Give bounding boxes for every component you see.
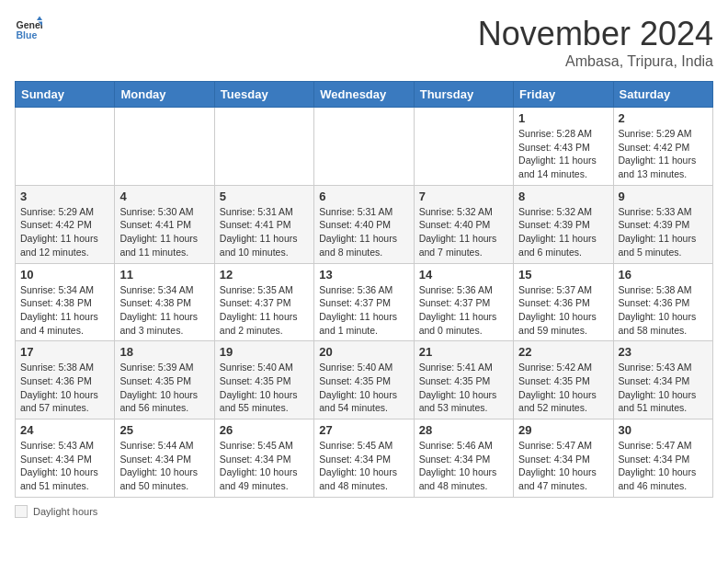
day-info: Sunrise: 5:33 AM Sunset: 4:39 PM Dayligh…	[619, 205, 708, 259]
calendar-cell: 6Sunrise: 5:31 AM Sunset: 4:40 PM Daylig…	[314, 185, 414, 263]
calendar-cell: 15Sunrise: 5:37 AM Sunset: 4:36 PM Dayli…	[514, 263, 613, 341]
day-number: 4	[119, 190, 209, 203]
day-number: 14	[419, 268, 508, 282]
calendar-cell	[414, 108, 513, 186]
day-info: Sunrise: 5:45 AM Sunset: 4:34 PM Dayligh…	[319, 439, 408, 493]
day-info: Sunrise: 5:36 AM Sunset: 4:37 PM Dayligh…	[319, 283, 408, 338]
footer-note: Daylight hours	[15, 505, 713, 518]
calendar-cell: 10Sunrise: 5:34 AM Sunset: 4:38 PM Dayli…	[16, 263, 115, 341]
header: General Blue November 2024 Ambasa, Tripu…	[15, 15, 713, 70]
calendar-cell: 22Sunrise: 5:42 AM Sunset: 4:35 PM Dayli…	[514, 341, 613, 419]
day-info: Sunrise: 5:43 AM Sunset: 4:34 PM Dayligh…	[20, 439, 109, 493]
calendar-cell: 9Sunrise: 5:33 AM Sunset: 4:39 PM Daylig…	[613, 185, 712, 263]
calendar-week-row: 3Sunrise: 5:29 AM Sunset: 4:42 PM Daylig…	[16, 185, 713, 263]
day-info: Sunrise: 5:39 AM Sunset: 4:35 PM Dayligh…	[119, 361, 209, 415]
day-number: 23	[619, 345, 708, 359]
calendar-header-row: SundayMondayTuesdayWednesdayThursdayFrid…	[16, 82, 713, 108]
month-title: November 2024	[478, 15, 713, 53]
day-info: Sunrise: 5:45 AM Sunset: 4:34 PM Dayligh…	[220, 439, 309, 493]
day-number: 17	[20, 345, 109, 359]
day-number: 11	[119, 268, 209, 282]
day-info: Sunrise: 5:38 AM Sunset: 4:36 PM Dayligh…	[619, 283, 708, 338]
day-info: Sunrise: 5:38 AM Sunset: 4:36 PM Dayligh…	[20, 361, 109, 415]
calendar-cell	[214, 108, 313, 186]
calendar: SundayMondayTuesdayWednesdayThursdayFrid…	[15, 81, 713, 498]
svg-text:Blue: Blue	[17, 29, 38, 40]
calendar-cell: 25Sunrise: 5:44 AM Sunset: 4:34 PM Dayli…	[115, 419, 214, 498]
calendar-cell: 11Sunrise: 5:34 AM Sunset: 4:38 PM Dayli…	[115, 263, 214, 341]
day-number: 10	[20, 268, 109, 282]
day-header-thursday: Thursday	[414, 82, 513, 108]
day-number: 19	[220, 345, 309, 359]
calendar-cell: 20Sunrise: 5:40 AM Sunset: 4:35 PM Dayli…	[314, 341, 414, 419]
day-number: 20	[319, 345, 408, 359]
day-info: Sunrise: 5:28 AM Sunset: 4:43 PM Dayligh…	[518, 127, 608, 181]
calendar-cell: 21Sunrise: 5:41 AM Sunset: 4:35 PM Dayli…	[414, 341, 513, 419]
day-number: 24	[20, 423, 109, 437]
calendar-cell: 12Sunrise: 5:35 AM Sunset: 4:37 PM Dayli…	[214, 263, 313, 341]
day-info: Sunrise: 5:41 AM Sunset: 4:35 PM Dayligh…	[419, 361, 508, 415]
day-info: Sunrise: 5:31 AM Sunset: 4:40 PM Dayligh…	[319, 205, 408, 259]
calendar-cell: 4Sunrise: 5:30 AM Sunset: 4:41 PM Daylig…	[115, 185, 214, 263]
day-header-friday: Friday	[514, 82, 613, 108]
calendar-week-row: 1Sunrise: 5:28 AM Sunset: 4:43 PM Daylig…	[16, 108, 713, 186]
calendar-cell	[115, 108, 214, 186]
day-info: Sunrise: 5:34 AM Sunset: 4:38 PM Dayligh…	[119, 283, 209, 338]
calendar-cell: 8Sunrise: 5:32 AM Sunset: 4:39 PM Daylig…	[514, 185, 613, 263]
calendar-week-row: 24Sunrise: 5:43 AM Sunset: 4:34 PM Dayli…	[16, 419, 713, 498]
day-number: 27	[319, 423, 408, 437]
day-number: 15	[518, 268, 608, 282]
day-info: Sunrise: 5:31 AM Sunset: 4:41 PM Dayligh…	[220, 205, 309, 259]
calendar-cell: 24Sunrise: 5:43 AM Sunset: 4:34 PM Dayli…	[16, 419, 115, 498]
logo-icon: General Blue	[15, 15, 42, 42]
calendar-cell: 13Sunrise: 5:36 AM Sunset: 4:37 PM Dayli…	[314, 263, 414, 341]
calendar-cell: 29Sunrise: 5:47 AM Sunset: 4:34 PM Dayli…	[514, 419, 613, 498]
calendar-cell: 19Sunrise: 5:40 AM Sunset: 4:35 PM Dayli…	[214, 341, 313, 419]
day-number: 16	[619, 268, 708, 282]
day-info: Sunrise: 5:37 AM Sunset: 4:36 PM Dayligh…	[518, 283, 608, 338]
day-info: Sunrise: 5:43 AM Sunset: 4:34 PM Dayligh…	[619, 361, 708, 415]
calendar-cell: 23Sunrise: 5:43 AM Sunset: 4:34 PM Dayli…	[613, 341, 712, 419]
day-info: Sunrise: 5:34 AM Sunset: 4:38 PM Dayligh…	[20, 283, 109, 338]
day-header-wednesday: Wednesday	[314, 82, 414, 108]
calendar-cell: 27Sunrise: 5:45 AM Sunset: 4:34 PM Dayli…	[314, 419, 414, 498]
day-number: 30	[619, 423, 708, 437]
calendar-week-row: 10Sunrise: 5:34 AM Sunset: 4:38 PM Dayli…	[16, 263, 713, 341]
calendar-cell: 30Sunrise: 5:47 AM Sunset: 4:34 PM Dayli…	[613, 419, 712, 498]
calendar-week-row: 17Sunrise: 5:38 AM Sunset: 4:36 PM Dayli…	[16, 341, 713, 419]
calendar-cell: 5Sunrise: 5:31 AM Sunset: 4:41 PM Daylig…	[214, 185, 313, 263]
title-area: November 2024 Ambasa, Tripura, India	[478, 15, 713, 70]
day-info: Sunrise: 5:42 AM Sunset: 4:35 PM Dayligh…	[518, 361, 608, 415]
daylight-box-icon	[15, 505, 28, 518]
day-info: Sunrise: 5:32 AM Sunset: 4:39 PM Dayligh…	[518, 205, 608, 259]
day-number: 26	[220, 423, 309, 437]
day-number: 6	[319, 190, 408, 203]
day-info: Sunrise: 5:46 AM Sunset: 4:34 PM Dayligh…	[419, 439, 508, 493]
day-header-sunday: Sunday	[16, 82, 115, 108]
day-number: 28	[419, 423, 508, 437]
day-info: Sunrise: 5:44 AM Sunset: 4:34 PM Dayligh…	[119, 439, 209, 493]
day-number: 2	[619, 111, 708, 125]
svg-marker-2	[37, 17, 42, 21]
day-info: Sunrise: 5:47 AM Sunset: 4:34 PM Dayligh…	[518, 439, 608, 493]
day-number: 29	[518, 423, 608, 437]
calendar-cell	[314, 108, 414, 186]
day-number: 18	[119, 345, 209, 359]
day-info: Sunrise: 5:36 AM Sunset: 4:37 PM Dayligh…	[419, 283, 508, 338]
calendar-cell: 2Sunrise: 5:29 AM Sunset: 4:42 PM Daylig…	[613, 108, 712, 186]
day-info: Sunrise: 5:29 AM Sunset: 4:42 PM Dayligh…	[20, 205, 109, 259]
calendar-cell: 14Sunrise: 5:36 AM Sunset: 4:37 PM Dayli…	[414, 263, 513, 341]
calendar-cell: 28Sunrise: 5:46 AM Sunset: 4:34 PM Dayli…	[414, 419, 513, 498]
calendar-cell: 3Sunrise: 5:29 AM Sunset: 4:42 PM Daylig…	[16, 185, 115, 263]
day-number: 3	[20, 190, 109, 203]
logo: General Blue	[15, 15, 42, 42]
day-info: Sunrise: 5:40 AM Sunset: 4:35 PM Dayligh…	[319, 361, 408, 415]
daylight-label: Daylight hours	[33, 506, 97, 517]
day-number: 8	[518, 190, 608, 203]
calendar-cell: 18Sunrise: 5:39 AM Sunset: 4:35 PM Dayli…	[115, 341, 214, 419]
day-info: Sunrise: 5:35 AM Sunset: 4:37 PM Dayligh…	[220, 283, 309, 338]
day-number: 21	[419, 345, 508, 359]
day-header-tuesday: Tuesday	[214, 82, 313, 108]
day-number: 13	[319, 268, 408, 282]
day-number: 5	[220, 190, 309, 203]
